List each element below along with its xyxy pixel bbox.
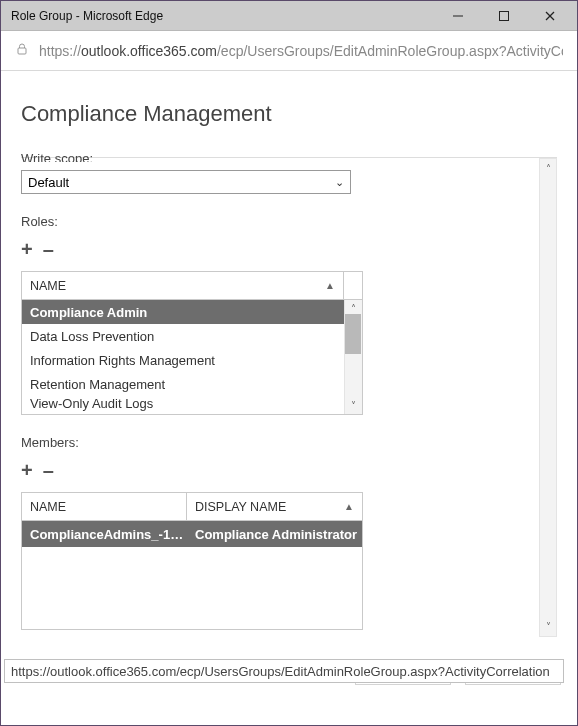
url-prefix: https:// — [39, 43, 81, 59]
roles-list: Compliance Admin Data Loss Prevention In… — [22, 300, 344, 414]
address-bar[interactable]: https://outlook.office365.com/ecp/UsersG… — [1, 31, 577, 71]
table-row[interactable]: Retention Management — [22, 372, 344, 396]
members-label: Members: — [21, 435, 537, 450]
roles-header-spacer — [344, 272, 362, 299]
chevron-down-icon: ⌄ — [335, 176, 344, 189]
roles-table-body: Compliance Admin Data Loss Prevention In… — [22, 300, 362, 414]
roles-toolbar: + – — [21, 239, 537, 259]
roles-header-name[interactable]: NAME ▲ — [22, 272, 344, 299]
window-maximize-button[interactable] — [481, 1, 527, 31]
lock-icon — [15, 42, 29, 59]
scroll-up-icon[interactable]: ˄ — [546, 159, 551, 178]
table-row[interactable]: ComplianceAdmins_-146… Compliance Admini… — [22, 521, 362, 547]
members-toolbar: + – — [21, 460, 537, 480]
scroll-down-icon[interactable]: ˅ — [351, 397, 356, 414]
roles-table-header: NAME ▲ — [22, 272, 362, 300]
members-table: NAME DISPLAY NAME ▲ ComplianceAdmins_-14… — [21, 492, 363, 630]
window-close-button[interactable] — [527, 1, 573, 31]
window-title: Role Group - Microsoft Edge — [11, 9, 435, 23]
roles-scrollbar[interactable]: ˄ ˅ — [344, 300, 362, 414]
add-member-button[interactable]: + — [21, 460, 33, 480]
scroll-down-icon[interactable]: ˅ — [546, 617, 551, 636]
members-header-display-text: DISPLAY NAME — [195, 500, 286, 514]
table-row[interactable]: View-Only Audit Logs — [22, 396, 344, 414]
svg-rect-4 — [18, 48, 26, 54]
members-table-header: NAME DISPLAY NAME ▲ — [22, 493, 362, 521]
add-role-button[interactable]: + — [21, 239, 33, 259]
table-row[interactable]: Information Rights Management — [22, 348, 344, 372]
members-table-body: ComplianceAdmins_-146… Compliance Admini… — [22, 521, 362, 629]
members-header-name[interactable]: NAME — [22, 493, 187, 520]
status-text: https://outlook.office365.com/ecp/UsersG… — [11, 664, 550, 679]
address-url: https://outlook.office365.com/ecp/UsersG… — [39, 43, 563, 59]
window-titlebar: Role Group - Microsoft Edge — [1, 1, 577, 31]
page-title: Compliance Management — [21, 101, 557, 127]
window-minimize-button[interactable] — [435, 1, 481, 31]
form-scroll-region: ˄ ˅ Write scope: Default ⌄ Roles: + – NA… — [21, 157, 557, 637]
write-scope-value: Default — [28, 175, 69, 190]
write-scope-select[interactable]: Default ⌄ — [21, 170, 351, 194]
table-row[interactable]: Data Loss Prevention — [22, 324, 344, 348]
roles-header-name-text: NAME — [30, 279, 66, 293]
member-name: ComplianceAdmins_-146… — [22, 527, 187, 542]
roles-table: NAME ▲ Compliance Admin Data Loss Preven… — [21, 271, 363, 415]
members-header-display[interactable]: DISPLAY NAME ▲ — [187, 493, 362, 520]
svg-rect-1 — [500, 11, 509, 20]
url-host: outlook.office365.com — [81, 43, 217, 59]
members-header-name-text: NAME — [30, 500, 66, 514]
status-bar: https://outlook.office365.com/ecp/UsersG… — [4, 659, 564, 683]
sort-asc-icon: ▲ — [344, 501, 354, 512]
member-display-name: Compliance Administrator — [187, 527, 362, 542]
url-path: /ecp/UsersGroups/EditAdminRoleGroup.aspx… — [217, 43, 563, 59]
write-scope-label: Write scope: — [21, 152, 537, 162]
remove-role-button[interactable]: – — [43, 239, 54, 259]
table-row[interactable]: Compliance Admin — [22, 300, 344, 324]
sort-asc-icon: ▲ — [325, 280, 335, 291]
page-content: Compliance Management ˄ ˅ Write scope: D… — [1, 71, 577, 725]
vertical-scrollbar[interactable]: ˄ ˅ — [539, 158, 557, 637]
roles-scrollbar-thumb[interactable] — [345, 314, 361, 354]
remove-member-button[interactable]: – — [43, 460, 54, 480]
roles-label: Roles: — [21, 214, 537, 229]
members-list: ComplianceAdmins_-146… Compliance Admini… — [22, 521, 362, 547]
